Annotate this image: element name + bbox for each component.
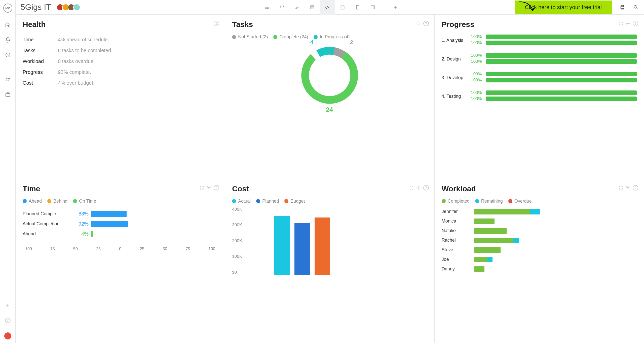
time-row: Actual Completion 92% [23,219,218,229]
gear-icon[interactable] [416,185,421,191]
svg-point-1 [6,78,8,79]
progress-bar-row: 100% [469,40,637,45]
user-avatar[interactable] [4,332,11,339]
progress-percent: 100% [469,34,482,39]
time-row-value: 4% [73,231,91,237]
workload-row: Natalie [442,226,637,236]
topbar: 5Gigs IT +6 Click here to start your fre… [16,0,644,15]
clock-icon[interactable] [5,52,11,58]
dashboard-grid: Health ? Time 4% ahead of schedule. Task… [16,15,644,343]
help-icon[interactable]: ? [5,317,11,323]
legend-item[interactable]: Not Started (2) [232,34,268,40]
expand-icon[interactable] [200,185,204,191]
view-file-icon[interactable] [350,0,365,15]
view-calendar-icon[interactable] [335,0,350,15]
search-icon[interactable] [633,4,639,10]
avatar-more-badge[interactable]: +6 [73,4,80,11]
health-row: Progress 92% complete. [23,67,218,78]
donut-label-inprogress: 4 [310,39,313,46]
view-gantt-icon[interactable] [290,0,305,15]
legend-item[interactable]: Planned [256,199,279,204]
svg-rect-5 [341,6,344,9]
workload-name: Jennifer [442,209,474,214]
gear-icon[interactable] [416,21,421,26]
view-dashboard-icon[interactable] [320,0,335,15]
progress-percent: 100% [469,78,482,83]
member-avatars[interactable]: +6 [58,4,80,11]
help-icon[interactable]: ? [214,21,219,26]
svg-rect-4 [311,6,314,9]
gear-icon[interactable] [207,185,211,191]
progress-bar-row: 100% [469,53,637,58]
expand-icon[interactable] [619,21,623,26]
panel-health: Health ? Time 4% ahead of schedule. Task… [16,15,225,179]
legend-label: Actual [238,199,251,204]
help-icon[interactable]: ? [633,185,638,191]
time-row: Planned Comple... 88% [23,209,218,219]
legend-label: Remaining [481,199,503,204]
briefcase-icon[interactable] [5,91,11,98]
home-icon[interactable] [5,22,11,28]
donut-label-notstarted: 2 [350,39,353,46]
view-sheet-icon[interactable] [305,0,320,15]
view-panel-icon[interactable] [365,0,380,15]
legend-item[interactable]: On Time [73,199,96,204]
gear-icon[interactable] [626,185,630,191]
progress-task-group: 4. Testing 100% 100% [442,90,637,102]
progress-bar-row: 100% [469,78,637,83]
health-label: Progress [23,69,58,75]
people-icon[interactable] [5,76,11,82]
progress-bar-row: 100% [469,72,637,77]
app-logo[interactable]: PM [3,4,12,13]
panel-title: Tasks [232,20,427,29]
expand-icon[interactable] [619,185,623,191]
health-value: 4% ahead of schedule. [58,37,109,43]
workload-name: Danny [442,266,474,272]
legend-item[interactable]: Behind [47,199,67,204]
workload-name: Rachel [442,238,474,243]
cost-bar-chart: 400K300K200K100K$0 [250,207,427,275]
workload-segment [530,209,540,214]
legend-item[interactable]: Overdue [508,199,532,204]
legend-item[interactable]: In Progress (4) [314,34,350,40]
help-icon[interactable]: ? [423,185,429,191]
view-add-icon[interactable] [390,0,400,15]
legend-item[interactable]: Complete (24) [273,34,308,40]
legend-label: Complete (24) [279,34,308,40]
health-label: Cost [23,80,58,86]
help-icon[interactable]: ? [423,21,429,26]
progress-task-group: 2. Design 100% 100% [442,53,637,65]
health-label: Tasks [23,48,58,53]
workload-name: Steve [442,247,474,253]
panel-progress: Progress ? 1. Analysis 100% 100% 2. Desi… [435,15,644,179]
svg-point-2 [8,78,10,79]
legend-label: Planned [262,199,279,204]
legend-item[interactable]: Completed [442,199,470,204]
progress-percent: 100% [469,90,482,95]
help-icon[interactable]: ? [214,185,219,191]
bell-icon[interactable] [5,37,11,43]
panel-cost: Cost ? ActualPlannedBudget 400K300K200K1… [225,179,434,343]
legend-item[interactable]: Actual [232,199,251,204]
expand-icon[interactable] [409,185,414,191]
svg-point-15 [418,187,419,188]
progress-percent: 100% [469,59,482,64]
panel-title: Progress [442,20,637,29]
help-icon[interactable]: ? [633,21,638,26]
legend-item[interactable]: Budget [284,199,305,204]
view-board-icon[interactable] [275,0,290,15]
panel-title: Time [23,184,218,193]
svg-point-8 [634,5,637,8]
add-icon[interactable] [5,302,11,308]
legend-item[interactable]: Ahead [23,199,42,204]
progress-task-group: 1. Analysis 100% 100% [442,34,637,46]
progress-task-group: 3. Develop... 100% 100% [442,72,637,84]
gear-icon[interactable] [626,21,630,26]
print-icon[interactable] [619,4,625,10]
health-value: 92% complete. [58,69,91,75]
health-label: Workload [23,58,58,64]
time-row: Ahead 4% [23,229,218,239]
view-list-icon[interactable] [259,0,275,15]
expand-icon[interactable] [409,21,414,26]
legend-item[interactable]: Remaining [475,199,503,204]
